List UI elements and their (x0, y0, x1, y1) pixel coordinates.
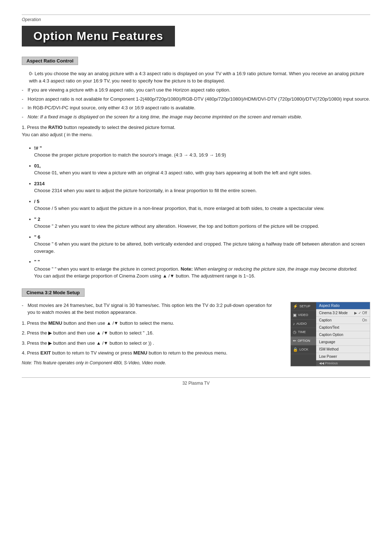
sidebar-lock-label: LOCK (299, 348, 309, 351)
sidebar-setup-label: SETUP (299, 304, 310, 308)
bullet-item: In RGB-PC/DVI-PC input source, only eith… (22, 104, 370, 112)
step1-block: 1. Press the RATIO button repeatedly to … (22, 124, 370, 279)
sidebar-item-option: ✏ OPTION (291, 337, 316, 345)
ratio-option-just: " 2 Choose " 2 when you want to view the… (29, 216, 370, 230)
step1-text: 1. Press the RATIO button repeatedly to … (22, 124, 370, 138)
menu-item-ism-label: ISM Method (319, 347, 339, 351)
title-box: Option Menu Features (22, 26, 175, 46)
video-icon: ▣ (293, 313, 297, 317)
menu-item-captionoption: Caption Option (316, 331, 370, 339)
menu-screenshot: ⚡ SETUP ▣ VIDEO ♪ AUDIO ◷ (290, 302, 370, 366)
bullet-item: If you are viewing a picture with a 16:9… (22, 86, 370, 94)
menu-item-lowpower: Low Power (316, 353, 370, 360)
menu-item-caption-value: On (362, 318, 367, 322)
footer-text: 32 Plasma TV (22, 381, 370, 386)
menu-prev-bar: ◀◀ Previous (316, 360, 370, 366)
sidebar-item-video: ▣ VIDEO (291, 311, 316, 320)
cinema-section: Cinema 3:2 Mode Setup Most movies are 24… (22, 288, 370, 366)
audio-icon: ♪ (293, 321, 295, 326)
page: Operation Option Menu Features Aspect Ra… (0, 0, 392, 555)
bottom-rule (22, 377, 370, 378)
setup-icon: ⚡ (293, 304, 298, 309)
cinema-text: Most movies are 24 frames/sec, but TV si… (22, 302, 279, 365)
menu-item-cinema32-value: ▶ ✓ Off (354, 311, 367, 315)
ratio-option-full: 2314 Choose 2314 when you want to adjust… (29, 180, 370, 194)
sidebar-item-audio: ♪ AUDIO (291, 320, 316, 328)
menu-item-captiontext: Caption/Text (316, 324, 370, 331)
sidebar-video-label: VIDEO (298, 313, 308, 317)
menu-item-aspect: Aspect Ratio (316, 302, 370, 309)
prev-label: ◀◀ Previous (319, 361, 338, 365)
menu-item-ism: ISM Method (316, 346, 370, 353)
top-rule (22, 15, 370, 15)
cinema-step-3: 3. Press the ▶ button and then use ▲ /▼ … (22, 340, 279, 347)
aspect-ratio-heading: Aspect Ratio Control (22, 57, 78, 65)
cinema-step-2: 2. Press the ▶ button and then use ▲ /▼ … (22, 329, 279, 337)
sidebar-item-time: ◷ TIME (291, 328, 316, 337)
cinema-content: Most movies are 24 frames/sec, but TV si… (22, 302, 370, 366)
menu-item-aspect-label: Aspect Ratio (319, 304, 340, 308)
aspect-ratio-intro: 0- Lets you choose the way an analog pic… (22, 70, 370, 85)
menu-item-cinema32-label: Cinema 3:2 Mode (319, 311, 348, 315)
menu-sidebar: ⚡ SETUP ▣ VIDEO ♪ AUDIO ◷ (291, 302, 316, 366)
menu-item-cinema32: Cinema 3:2 Mode ▶ ✓ Off (316, 309, 370, 317)
bullet-item: Horizon aspect ratio is not available fo… (22, 96, 370, 103)
aspect-ratio-bullets: If you are viewing a picture with a 16:9… (22, 86, 370, 120)
cinema-bullet: Most movies are 24 frames/sec, but TV si… (22, 302, 279, 316)
ratio-options: !# " Choose the proper picture proportio… (22, 145, 370, 280)
cinema-heading: Cinema 3:2 Mode Setup (22, 288, 85, 297)
ratio-option-zoom: / 5 Choose / 5 when you want to adjust t… (29, 198, 370, 212)
menu-item-captionoption-label: Caption Option (319, 333, 343, 337)
aspect-ratio-section: Aspect Ratio Control 0- Lets you choose … (22, 57, 370, 280)
sidebar-option-label: OPTION (298, 339, 310, 343)
operation-label: Operation (22, 17, 370, 22)
option-icon: ✏ (293, 339, 296, 343)
menu-item-language: Language (316, 339, 370, 346)
cinema-step-1: 1. Press the MENU button and then use ▲ … (22, 320, 279, 327)
cinema-note: Note: This feature operates only in Comp… (22, 360, 279, 365)
sidebar-item-setup: ⚡ SETUP (291, 302, 316, 311)
ratio-option-vsz: " 6 Choose " 6 when you want the picture… (29, 234, 370, 255)
menu-item-caption-label: Caption (319, 318, 331, 322)
time-icon: ◷ (293, 330, 297, 335)
menu-item-captiontext-label: Caption/Text (319, 325, 339, 329)
menu-item-caption: Caption On (316, 317, 370, 324)
lock-icon: 🔒 (293, 347, 298, 352)
page-title: Option Menu Features (33, 29, 163, 43)
cinema-steps: 1. Press the MENU button and then use ▲ … (22, 320, 279, 357)
sidebar-time-label: TIME (298, 330, 306, 334)
ratio-option-4-3: 01, Choose 01, when you want to view a p… (29, 162, 370, 177)
cinema-step-4: 4. Press EXIT button to return to TV vie… (22, 349, 279, 357)
menu-item-lowpower-label: Low Power (319, 355, 337, 358)
cinema-bullets: Most movies are 24 frames/sec, but TV si… (22, 302, 279, 316)
menu-item-language-label: Language (319, 340, 335, 344)
ratio-option-cinema: " " Choose " " when you want to enlarge … (29, 258, 370, 280)
sidebar-audio-label: AUDIO (297, 322, 307, 325)
menu-content: Aspect Ratio Cinema 3:2 Mode ▶ ✓ Off Cap… (316, 302, 370, 366)
bullet-note: Note: If a fixed image is displayed on t… (22, 113, 370, 121)
ratio-option-auto: !# " Choose the proper picture proportio… (29, 145, 370, 159)
menu-body: ⚡ SETUP ▣ VIDEO ♪ AUDIO ◷ (291, 302, 370, 366)
sidebar-item-lock: 🔒 LOCK (291, 345, 316, 354)
